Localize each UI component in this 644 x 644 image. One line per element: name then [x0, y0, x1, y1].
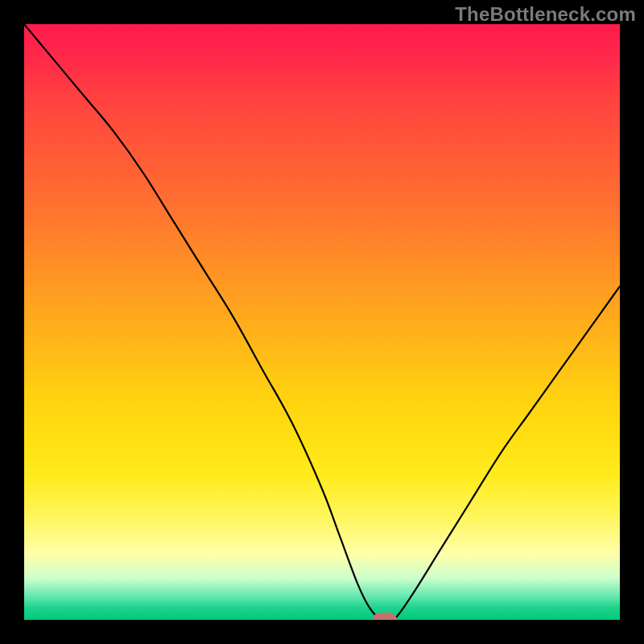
curve-line: [24, 24, 620, 620]
chart-container: TheBottleneck.com: [0, 0, 644, 644]
watermark-text: TheBottleneck.com: [455, 3, 636, 26]
minimum-marker: [373, 613, 397, 620]
plot-area: [24, 24, 620, 620]
